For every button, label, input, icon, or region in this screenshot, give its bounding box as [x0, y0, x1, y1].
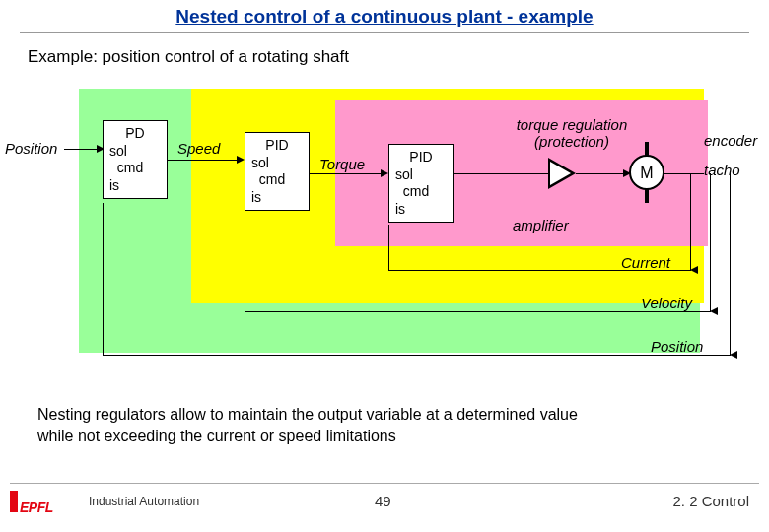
arrow-icon: [710, 307, 718, 315]
ctrl-sol: sol: [395, 166, 447, 184]
arrow-icon: [690, 266, 698, 274]
arrow-icon: [381, 169, 388, 177]
wire: [710, 173, 711, 311]
wire: [64, 149, 99, 150]
footer-divider: [10, 483, 759, 484]
wire: [103, 203, 104, 355]
wire: [730, 173, 731, 355]
label-torque-reg-line1: torque regulation: [517, 116, 628, 133]
label-position-feedback: Position: [651, 338, 703, 355]
wire: [103, 355, 731, 356]
ctrl-sol: sol: [109, 143, 161, 161]
label-velocity-feedback: Velocity: [641, 295, 692, 311]
wire: [310, 173, 383, 174]
ctrl-is: is: [251, 189, 303, 207]
wire: [168, 160, 239, 161]
ctrl-cmd: cmd: [109, 160, 161, 177]
wire: [245, 215, 245, 311]
footer-course: Industrial Automation: [89, 495, 199, 508]
motor-shaft: [645, 189, 649, 203]
slide-caption: Nesting regulators allow to maintain the…: [37, 404, 728, 446]
label-torque: Torque: [319, 156, 365, 172]
logo-text: EPFL: [20, 499, 53, 515]
pd-controller-block: PD sol cmd is: [103, 120, 168, 199]
label-torque-reg-line2: (protection): [534, 133, 609, 150]
slide-title: Nested control of a continuous plant - e…: [175, 6, 593, 27]
motor-icon: M: [629, 155, 664, 190]
slide-title-bar: Nested control of a continuous plant - e…: [20, 6, 749, 33]
ctrl-sol: sol: [251, 155, 303, 172]
label-current-feedback: Current: [621, 254, 670, 271]
label-encoder: encoder: [704, 132, 757, 149]
wire: [576, 173, 629, 174]
wire: [690, 173, 691, 270]
pid-torque-controller-block: PID sol cmd is: [388, 144, 454, 223]
epfl-logo: EPFL: [10, 491, 63, 512]
footer-page-number: 49: [375, 493, 391, 509]
ctrl-type: PD: [109, 125, 161, 143]
ctrl-is: is: [109, 177, 161, 195]
motor-shaft: [645, 142, 649, 156]
pid-speed-controller-block: PID sol cmd is: [245, 132, 310, 211]
arrow-icon: [237, 156, 245, 164]
ctrl-type: PID: [251, 137, 303, 155]
footer-section: 2. 2 Control: [672, 493, 749, 509]
label-speed: Speed: [177, 140, 220, 157]
caption-line1: Nesting regulators allow to maintain the…: [37, 406, 578, 423]
label-amplifier: amplifier: [513, 217, 569, 233]
amplifier-icon: [548, 158, 576, 189]
wire: [664, 173, 704, 174]
ctrl-cmd: cmd: [395, 183, 447, 201]
ctrl-cmd: cmd: [251, 171, 303, 189]
ctrl-type: PID: [395, 149, 447, 166]
label-torque-regulation: torque regulation (protection): [493, 116, 651, 150]
label-position-input: Position: [5, 140, 57, 157]
wire: [454, 173, 548, 174]
arrow-icon: [730, 351, 737, 359]
nested-control-diagram: Position PD sol cmd is Speed PID sol cmd…: [0, 79, 769, 365]
ctrl-is: is: [395, 201, 447, 219]
wire: [388, 225, 389, 270]
wire: [245, 311, 711, 312]
caption-line2: while not exceeding the current or speed…: [37, 428, 396, 444]
slide-subtitle: Example: position control of a rotating …: [28, 47, 349, 67]
